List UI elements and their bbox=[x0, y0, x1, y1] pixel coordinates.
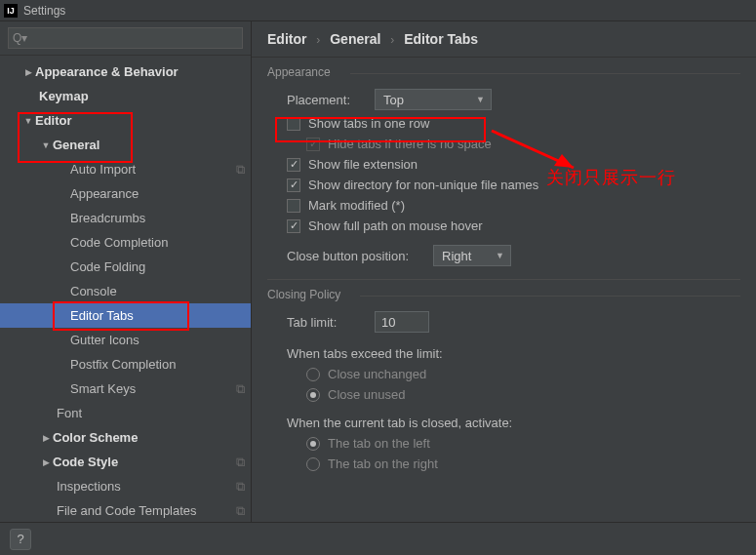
chevron-right-icon: ▶ bbox=[39, 433, 53, 443]
section-closing-policy-title: Closing Policy bbox=[267, 288, 740, 301]
help-button[interactable]: ? bbox=[10, 529, 31, 550]
tree-code-style[interactable]: ▶ Code Style ⧉ bbox=[0, 450, 251, 474]
tree-font[interactable]: Font bbox=[0, 401, 251, 425]
copy-icon: ⧉ bbox=[236, 381, 245, 397]
radio-icon bbox=[306, 368, 320, 381]
tree-code-folding[interactable]: Code Folding bbox=[0, 255, 251, 279]
tree-appearance-behavior[interactable]: ▶ Appearance & Behavior bbox=[0, 59, 251, 84]
chevron-down-icon: ▼ bbox=[476, 95, 485, 104]
close-button-position-label: Close button position: bbox=[287, 249, 433, 263]
tree-file-code-templates[interactable]: File and Code Templates ⧉ bbox=[0, 498, 251, 522]
checkbox-icon bbox=[287, 199, 300, 213]
breadcrumb-general[interactable]: General bbox=[330, 31, 380, 47]
checkbox-icon: ✓ bbox=[287, 158, 300, 172]
show-tabs-one-row-checkbox[interactable]: Show tabs in one row bbox=[287, 116, 429, 131]
tree-color-scheme[interactable]: ▶ Color Scheme bbox=[0, 425, 251, 450]
chevron-right-icon: › bbox=[316, 33, 320, 47]
tree-code-completion[interactable]: Code Completion bbox=[0, 230, 251, 255]
tab-left-radio[interactable]: The tab on the left bbox=[306, 436, 430, 451]
tree-smart-keys[interactable]: Smart Keys ⧉ bbox=[0, 377, 251, 401]
tree-editor[interactable]: ▼ Editor bbox=[0, 108, 251, 133]
copy-icon: ⧉ bbox=[236, 503, 245, 519]
tree-auto-import[interactable]: Auto Import ⧉ bbox=[0, 157, 251, 181]
hide-tabs-no-space-checkbox: ✓ Hide tabs if there is no space bbox=[306, 137, 492, 151]
mark-modified-checkbox[interactable]: Mark modified (*) bbox=[287, 198, 405, 213]
close-unused-radio[interactable]: Close unused bbox=[306, 387, 406, 402]
show-full-path-hover-checkbox[interactable]: ✓ Show full path on mouse hover bbox=[287, 218, 483, 233]
section-appearance-title: Appearance bbox=[267, 65, 740, 79]
tree-postfix-completion[interactable]: Postfix Completion bbox=[0, 352, 251, 377]
search-input[interactable]: Q▾ bbox=[8, 27, 243, 49]
tree-keymap[interactable]: Keymap bbox=[0, 84, 251, 108]
annotation-text: 关闭只展示一行 bbox=[546, 166, 676, 189]
help-icon: ? bbox=[17, 532, 23, 546]
when-exceed-label: When tabs exceed the limit: bbox=[287, 346, 443, 361]
placement-combo[interactable]: Top ▼ bbox=[375, 89, 492, 110]
search-icon: Q▾ bbox=[13, 31, 27, 45]
placement-label: Placement: bbox=[287, 93, 375, 107]
chevron-right-icon: › bbox=[390, 33, 394, 47]
titlebar: IJ Settings bbox=[0, 0, 756, 21]
chevron-down-icon: ▼ bbox=[39, 140, 53, 150]
checkbox-icon: ✓ bbox=[287, 219, 300, 233]
checkbox-icon bbox=[287, 117, 300, 131]
checkbox-icon: ✓ bbox=[287, 178, 300, 192]
checkbox-icon: ✓ bbox=[306, 138, 320, 151]
chevron-right-icon: ▶ bbox=[39, 457, 53, 467]
radio-icon bbox=[306, 457, 320, 471]
chevron-down-icon: ▼ bbox=[496, 251, 504, 260]
tree-gutter-icons[interactable]: Gutter Icons bbox=[0, 328, 251, 352]
radio-icon bbox=[306, 437, 320, 451]
tab-limit-input[interactable]: 10 bbox=[375, 311, 429, 333]
tab-limit-label: Tab limit: bbox=[287, 315, 375, 330]
show-file-extension-checkbox[interactable]: ✓ Show file extension bbox=[287, 157, 418, 172]
tree-appearance[interactable]: Appearance bbox=[0, 181, 251, 206]
copy-icon: ⧉ bbox=[236, 479, 245, 495]
when-closed-label: When the current tab is closed, activate… bbox=[287, 416, 512, 430]
app-logo-icon: IJ bbox=[4, 4, 18, 18]
tree-editor-tabs[interactable]: Editor Tabs bbox=[0, 303, 251, 328]
settings-tree: ▶ Appearance & Behavior Keymap ▼ Editor … bbox=[0, 56, 251, 522]
chevron-right-icon: ▶ bbox=[21, 67, 35, 77]
close-button-position-combo[interactable]: Right ▼ bbox=[433, 245, 511, 266]
chevron-down-icon: ▼ bbox=[21, 116, 35, 126]
breadcrumb-editor-tabs[interactable]: Editor Tabs bbox=[404, 31, 478, 47]
breadcrumb-editor[interactable]: Editor bbox=[267, 31, 306, 47]
copy-icon: ⧉ bbox=[236, 455, 245, 470]
tree-console[interactable]: Console bbox=[0, 279, 251, 303]
settings-content: Editor › General › Editor Tabs Appearanc… bbox=[252, 21, 756, 522]
settings-sidebar: Q▾ ▶ Appearance & Behavior Keymap ▼ Edit… bbox=[0, 21, 252, 522]
close-unchanged-radio[interactable]: Close unchanged bbox=[306, 367, 426, 381]
tree-inspections[interactable]: Inspections ⧉ bbox=[0, 474, 251, 498]
tree-general[interactable]: ▼ General bbox=[0, 133, 251, 157]
breadcrumb: Editor › General › Editor Tabs bbox=[252, 21, 756, 58]
tree-breadcrumbs[interactable]: Breadcrumbs bbox=[0, 206, 251, 230]
copy-icon: ⧉ bbox=[236, 162, 245, 178]
dialog-footer: ? bbox=[0, 522, 756, 555]
tab-right-radio[interactable]: The tab on the right bbox=[306, 456, 438, 471]
show-directory-non-unique-checkbox[interactable]: ✓ Show directory for non-unique file nam… bbox=[287, 178, 538, 192]
window-title: Settings bbox=[23, 4, 65, 18]
radio-icon bbox=[306, 388, 320, 402]
